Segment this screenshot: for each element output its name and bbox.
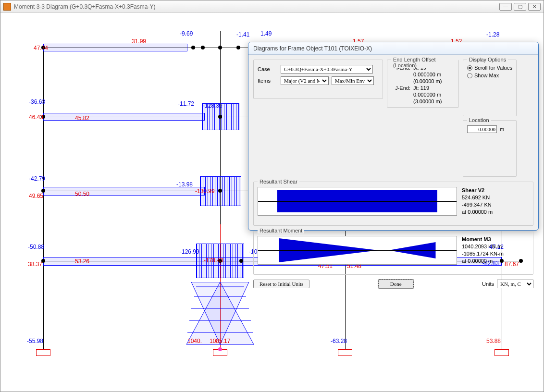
diagram-value-label: -36.63 bbox=[29, 98, 45, 105]
resultant-shear-group: Resultant Shear Shear V2 524.692 KN -499… bbox=[253, 182, 533, 226]
diagram-value-label: -1.28 bbox=[486, 31, 499, 38]
moment-values: Moment M3 1040.2093 KN-m -1085.1724 KN-m… bbox=[462, 236, 529, 271]
items-select[interactable]: Major (V2 and M3) bbox=[281, 76, 329, 85]
case-label: Case bbox=[258, 66, 278, 72]
diagram-value-label: -63.28 bbox=[331, 338, 347, 344]
case-group: Case G+0.3Q+Fasma-X+0.3Fasma-Y Items Maj… bbox=[253, 60, 383, 99]
diagram-value-label: 53.26 bbox=[75, 258, 89, 265]
case-select[interactable]: G+0.3Q+Fasma-X+0.3Fasma-Y bbox=[281, 65, 373, 74]
diagram-value-label: 50.50 bbox=[75, 191, 89, 197]
resultant-moment-group: Resultant Moment Moment M3 1040.2093 KN-… bbox=[253, 231, 533, 275]
diagram-value-label: 1040. bbox=[187, 338, 202, 344]
items-label: Items bbox=[258, 78, 278, 84]
location-group: Location m bbox=[463, 120, 517, 177]
maximize-button[interactable]: ▢ bbox=[514, 3, 526, 11]
diagram-value-label: -126.99 bbox=[180, 248, 199, 255]
diagram-value-label: -178.43 bbox=[204, 257, 223, 264]
diagram-value-label: -9.69 bbox=[180, 30, 193, 37]
diagram-value-label: 31.99 bbox=[132, 38, 146, 45]
j-end-label: J-End: bbox=[391, 85, 410, 91]
moment-plot[interactable] bbox=[258, 236, 457, 265]
app-icon bbox=[3, 3, 11, 11]
shear-plot[interactable] bbox=[258, 187, 457, 216]
envelope-select[interactable]: Max/Min Env bbox=[332, 76, 374, 85]
diagram-value-label: -50.88 bbox=[28, 244, 44, 250]
diagram-value-label: 1.49 bbox=[260, 30, 272, 37]
minimize-button[interactable]: — bbox=[499, 3, 512, 11]
units-label: Units bbox=[482, 281, 494, 287]
diagram-value-label: -1.41 bbox=[236, 31, 249, 38]
end-offset-group: End Length Offset (Location) I-End:Jt: 1… bbox=[387, 60, 459, 108]
diagram-value-label: 47.74 bbox=[34, 45, 48, 51]
dialog-title[interactable]: Diagrams for Frame Object T101 (TOIXEIO-… bbox=[248, 42, 538, 55]
reset-units-button[interactable]: Reset to Initial Units bbox=[253, 280, 309, 288]
close-button[interactable]: ✕ bbox=[528, 3, 541, 11]
frame-diagram-dialog[interactable]: Diagrams for Frame Object T101 (TOIXEIO-… bbox=[248, 42, 539, 231]
diagram-value-label: 46.43 bbox=[29, 114, 43, 121]
main-window-titlebar: Moment 3-3 Diagram (G+0.3Q+Fasma-X+0.3Fa… bbox=[0, 0, 544, 13]
diagram-value-label: -42.79 bbox=[29, 175, 45, 182]
diagram-value-label: 45.82 bbox=[75, 115, 89, 122]
done-button[interactable]: Done bbox=[378, 280, 414, 288]
diagram-value-label: -13.98 bbox=[176, 181, 193, 188]
diagram-value-label: -55.98 bbox=[27, 338, 43, 344]
display-options-group: Display Options Scroll for Values Show M… bbox=[463, 60, 517, 116]
radio-scroll-values[interactable]: Scroll for Values bbox=[467, 65, 512, 71]
location-input[interactable] bbox=[467, 125, 497, 133]
diagram-value-label: -11.72 bbox=[178, 100, 194, 107]
radio-show-max[interactable]: Show Max bbox=[467, 73, 512, 78]
units-select[interactable]: KN, m, C bbox=[497, 280, 533, 288]
diagram-value-label: -130.99 bbox=[195, 188, 215, 195]
diagram-value-label: 38.37 bbox=[28, 261, 42, 268]
shear-values: Shear V2 524.692 KN -499.347 KN at 0.000… bbox=[462, 187, 529, 222]
diagram-value-label: 49.65 bbox=[29, 193, 43, 199]
diagram-value-label: 1085.17 bbox=[210, 338, 230, 344]
window-title: Moment 3-3 Diagram (G+0.3Q+Fasma-X+0.3Fa… bbox=[14, 3, 499, 10]
diagram-value-label: 53.88 bbox=[486, 338, 501, 344]
diagram-value-label: -128.39 bbox=[203, 102, 223, 109]
